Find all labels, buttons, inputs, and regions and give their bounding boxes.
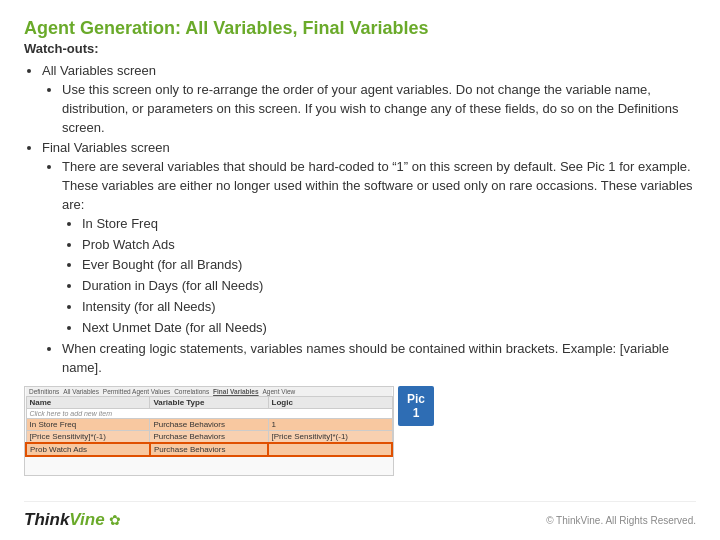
cell-logic: 1 [268,418,392,430]
pic-label: Pic [406,392,426,406]
table-row-prob-watch-ads: Prob Watch Ads Purchase Behaviors [26,443,392,456]
cell-name: In Store Freq [26,418,150,430]
screenshot-image: Definitions All Variables Permitted Agen… [24,386,394,476]
thinkvine-logo: ThinkVine ✿ [24,510,121,530]
logo-think: Think [24,510,69,529]
cell-type: Purchase Behaviors [150,443,268,456]
all-variables-detail: Use this screen only to re-arrange the o… [62,81,696,138]
leaf-icon: ✿ [109,512,121,528]
page-title: Agent Generation: All Variables, Final V… [24,18,696,39]
table-header-row: Name Variable Type Logic [26,396,392,408]
table-row-in-store-freq: In Store Freq Purchase Behaviors 1 [26,418,392,430]
list-item-final-variables: Final Variables screen There are several… [42,139,696,377]
table-row-price-sensitivity: [Price Sensitivity]*(-1) Purchase Behavi… [26,430,392,443]
logo-vine: Vine [69,510,104,529]
page: Agent Generation: All Variables, Final V… [0,0,720,540]
pic-number: 1 [406,406,426,420]
cell-logic [268,443,392,456]
var-prob-watch-ads: Prob Watch Ads [82,236,696,255]
screenshot-area: Definitions All Variables Permitted Agen… [24,386,696,476]
all-variables-sublist: Use this screen only to re-arrange the o… [42,81,696,138]
tab-row: Definitions All Variables Permitted Agen… [26,387,392,397]
col-name: Name [26,396,150,408]
col-logic: Logic [268,396,392,408]
cell-name: Prob Watch Ads [26,443,150,456]
mini-table: Definitions All Variables Permitted Agen… [25,387,393,457]
footer: ThinkVine ✿ © ThinkVine. All Rights Rese… [24,501,696,530]
var-duration-in-days: Duration in Days (for all Needs) [82,277,696,296]
col-type: Variable Type [150,396,268,408]
copyright-text: © ThinkVine. All Rights Reserved. [546,515,696,526]
list-item-all-variables: All Variables screen Use this screen onl… [42,62,696,137]
cell-type: Purchase Behaviors [150,430,268,443]
watch-outs-label: Watch-outs: [24,41,696,56]
logic-statements-detail: When creating logic statements, variable… [62,340,696,378]
cell-logic: [Price Sensitivity]*(-1) [268,430,392,443]
final-variables-sublist: There are several variables that should … [42,158,696,377]
main-list: All Variables screen Use this screen onl… [24,62,696,378]
pic-badge: Pic 1 [398,386,434,426]
click-row: Click here to add new item [26,408,392,418]
variables-list: In Store Freq Prob Watch Ads Ever Bought… [62,215,696,338]
cell-type: Purchase Behaviors [150,418,268,430]
var-next-unmet-date: Next Unmet Date (for all Needs) [82,319,696,338]
var-ever-bought: Ever Bought (for all Brands) [82,256,696,275]
var-intensity: Intensity (for all Needs) [82,298,696,317]
cell-name: [Price Sensitivity]*(-1) [26,430,150,443]
final-variables-detail: There are several variables that should … [62,158,696,338]
var-in-store-freq: In Store Freq [82,215,696,234]
content-area: All Variables screen Use this screen onl… [24,62,696,495]
